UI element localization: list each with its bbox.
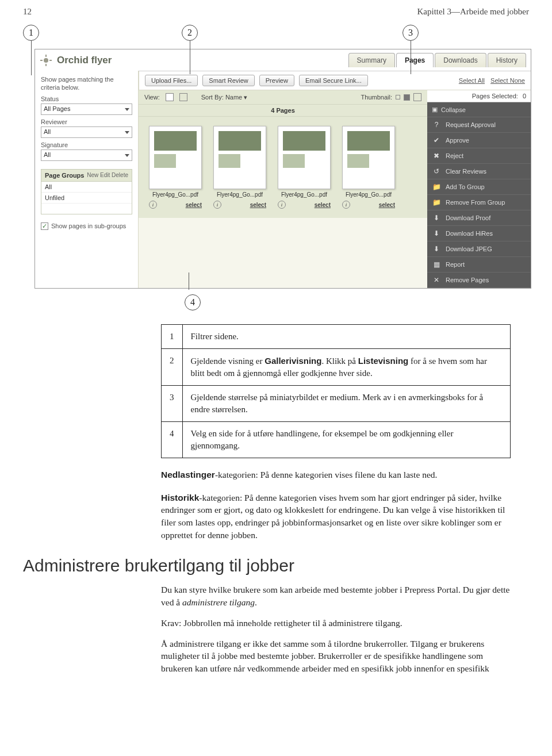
show-subgroups-checkbox[interactable]: ✓ [41, 222, 48, 230]
thumbnail-filename: Flyer4pg_Go...pdf [213, 191, 266, 198]
report-icon: ▦ [432, 260, 441, 268]
select-link[interactable]: select [315, 202, 331, 208]
select-none-link[interactable]: Select None [490, 77, 525, 84]
page-thumbnail[interactable]: Flyer4pg_Go...pdf i select [278, 126, 331, 209]
action-label: Reject [446, 152, 463, 159]
thumbnail-image [342, 126, 395, 189]
action-label: Report [446, 261, 465, 268]
thumbnail-image [213, 126, 266, 189]
tab-summary[interactable]: Summary [348, 53, 395, 67]
action-label: Clear Reviews [446, 168, 486, 175]
info-icon[interactable]: i [342, 201, 350, 209]
legend-num: 3 [162, 386, 183, 422]
tab-history[interactable]: History [488, 53, 526, 67]
svg-point-0 [44, 58, 48, 63]
callout-line [189, 273, 189, 290]
page-thumbnail[interactable]: Flyer4pg_Go...pdf i select [342, 126, 395, 209]
status-select[interactable]: All Pages [41, 103, 132, 115]
thumbnail-size: Thumbnail: [361, 93, 421, 101]
group-item [41, 204, 132, 214]
group-item[interactable]: All [41, 182, 132, 193]
thumbnail-label: Thumbnail: [361, 94, 392, 101]
action-label: Download HiRes [446, 230, 493, 237]
legend-num: 4 [162, 422, 183, 458]
thumbnail-image [278, 126, 331, 189]
paragraph: Du kan styre hvilke brukere som kan arbe… [161, 584, 511, 608]
paragraph: Krav: Jobbrollen må inneholde rettighete… [161, 617, 511, 630]
tab-downloads[interactable]: Downloads [435, 53, 486, 67]
reviewer-select[interactable]: All [41, 126, 132, 138]
action-approve[interactable]: ✔Approve [427, 133, 531, 148]
select-all-link[interactable]: Select All [459, 77, 485, 84]
selection-status: Pages Selected: 0 [427, 90, 531, 102]
callout-1: 1 [23, 25, 39, 41]
email-secure-link-button[interactable]: Email Secure Link... [299, 75, 368, 86]
upload-button[interactable]: Upload Files... [145, 75, 198, 86]
thumb-medium-icon[interactable] [404, 94, 410, 101]
callout-line [190, 41, 190, 74]
question-icon: ? [432, 121, 441, 129]
pages-count: 4 Pages [139, 105, 427, 117]
action-remove-from-group[interactable]: 📁Remove From Group [427, 195, 531, 210]
page-groups-actions[interactable]: New Edit Delete [87, 172, 128, 178]
action-add-to-group[interactable]: 📁Add To Group [427, 179, 531, 195]
action-request-approval[interactable]: ?Request Approval [427, 117, 531, 133]
preview-button[interactable]: Preview [259, 75, 294, 86]
show-subgroups-label: Show pages in sub-groups [51, 222, 126, 229]
action-remove-pages[interactable]: ✕Remove Pages [427, 273, 531, 288]
list-view-icon[interactable] [179, 93, 187, 101]
toolbar: Upload Files... Smart Review Preview Ema… [139, 71, 531, 90]
svg-rect-1 [45, 55, 47, 57]
collapse-toggle[interactable]: ▣ Collapse [427, 102, 531, 117]
gear-icon [40, 54, 52, 67]
action-clear-reviews[interactable]: ↺Clear Reviews [427, 164, 531, 179]
info-icon[interactable]: i [278, 201, 286, 209]
info-icon[interactable]: i [149, 201, 157, 209]
smart-review-button[interactable]: Smart Review [202, 75, 254, 86]
select-link[interactable]: select [250, 202, 266, 208]
paragraph: Historikk-kategorien: På denne kategorie… [161, 492, 511, 542]
action-download-proof[interactable]: ⬇Download Proof [427, 210, 531, 226]
remove-icon: ✕ [432, 276, 441, 284]
view-label: View: [144, 94, 160, 101]
callout-line [411, 41, 411, 74]
action-report[interactable]: ▦Report [427, 257, 531, 273]
legend-num: 2 [162, 349, 183, 386]
select-link[interactable]: select [379, 202, 395, 208]
svg-rect-4 [49, 60, 52, 61]
action-label: Download Proof [446, 214, 490, 221]
callouts-top: 1 2 3 [0, 21, 552, 49]
pages-gallery: View: Sort By: Name ▾ Thumbnail: 4 Pages [139, 90, 427, 288]
action-download-hires[interactable]: ⬇Download HiRes [427, 226, 531, 241]
legend-text: Filtrer sidene. [182, 325, 511, 349]
action-download-jpeg[interactable]: ⬇Download JPEG [427, 241, 531, 257]
svg-rect-2 [45, 64, 47, 66]
thumbnail-image [149, 126, 202, 189]
thumb-small-icon[interactable] [396, 95, 400, 99]
action-label: Remove From Group [446, 199, 505, 206]
x-icon: ✖ [432, 152, 441, 160]
svg-rect-3 [40, 60, 43, 61]
legend-text: Gjeldende visning er Gallerivisning. Kli… [182, 349, 511, 386]
action-label: Remove Pages [446, 277, 489, 283]
callout-4: 4 [185, 294, 201, 310]
legend-text: Gjeldende størrelse på miniatyrbildet er… [182, 386, 511, 422]
signature-label: Signature [41, 141, 132, 148]
download-icon: ⬇ [432, 229, 441, 237]
select-link[interactable]: select [186, 202, 202, 208]
tab-pages[interactable]: Pages [396, 53, 434, 67]
sort-by-label[interactable]: Sort By: Name ▾ [201, 94, 248, 101]
filter-panel: Show pages matching the criteria below. … [35, 71, 139, 288]
page-thumbnail[interactable]: Flyer4pg_Go...pdf i select [149, 126, 202, 209]
callout-2: 2 [182, 25, 198, 41]
page-thumbnail[interactable]: Flyer4pg_Go...pdf i select [213, 126, 266, 209]
gallery-view-icon[interactable] [166, 93, 174, 101]
thumb-large-icon[interactable] [413, 93, 421, 101]
page-groups-header: Page Groups New Edit Delete [41, 169, 132, 182]
group-item[interactable]: Unfiled [41, 193, 132, 204]
action-label: Add To Group [446, 183, 485, 190]
signature-select[interactable]: All [41, 149, 132, 161]
download-icon: ⬇ [432, 245, 441, 253]
info-icon[interactable]: i [213, 201, 221, 209]
action-reject[interactable]: ✖Reject [427, 148, 531, 164]
